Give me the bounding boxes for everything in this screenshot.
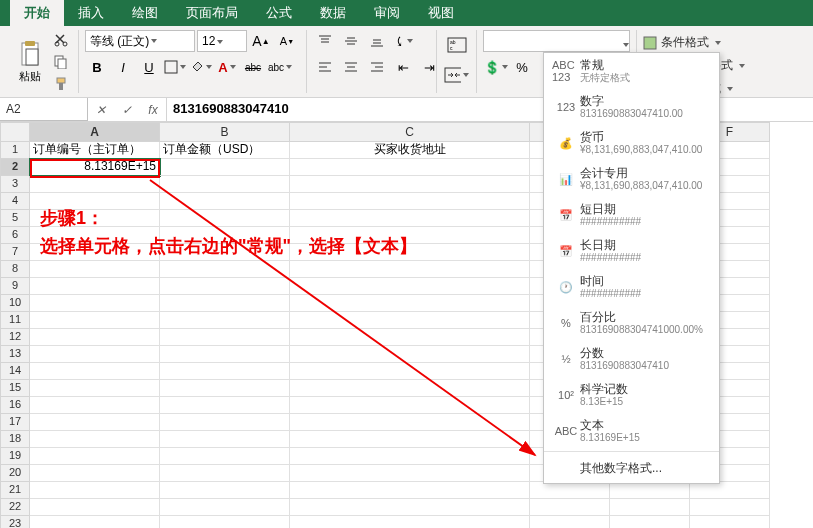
row-header[interactable]: 13 bbox=[0, 346, 30, 363]
format-option-accounting[interactable]: 📊会计专用¥8,131,690,883,047,410.00 bbox=[544, 161, 719, 197]
copy-button[interactable] bbox=[50, 52, 72, 72]
cell[interactable] bbox=[160, 261, 290, 278]
cell[interactable] bbox=[290, 210, 530, 227]
phonetic-button[interactable]: abc bbox=[267, 56, 293, 78]
tab-draw[interactable]: 绘图 bbox=[118, 0, 172, 26]
tab-view[interactable]: 视图 bbox=[414, 0, 468, 26]
cell[interactable] bbox=[160, 227, 290, 244]
format-option-currency[interactable]: 💰货币¥8,131,690,883,047,410.00 bbox=[544, 125, 719, 161]
cell[interactable] bbox=[690, 516, 770, 528]
cell[interactable] bbox=[160, 210, 290, 227]
font-size-select[interactable]: 12 bbox=[197, 30, 247, 52]
increase-font-button[interactable]: A▲ bbox=[249, 30, 273, 52]
cut-button[interactable] bbox=[50, 30, 72, 50]
row-header[interactable]: 17 bbox=[0, 414, 30, 431]
bold-button[interactable]: B bbox=[85, 56, 109, 78]
row-header[interactable]: 23 bbox=[0, 516, 30, 528]
cell[interactable] bbox=[290, 431, 530, 448]
cell[interactable] bbox=[160, 312, 290, 329]
fx-button[interactable]: fx bbox=[140, 99, 166, 121]
cell[interactable] bbox=[290, 312, 530, 329]
cell[interactable] bbox=[290, 278, 530, 295]
format-painter-button[interactable] bbox=[50, 74, 72, 94]
tab-home[interactable]: 开始 bbox=[10, 0, 64, 26]
cell[interactable] bbox=[610, 516, 690, 528]
row-header[interactable]: 5 bbox=[0, 210, 30, 227]
row-header[interactable]: 18 bbox=[0, 431, 30, 448]
fill-color-button[interactable] bbox=[189, 56, 213, 78]
strike-button[interactable]: abc bbox=[241, 56, 265, 78]
font-color-button[interactable]: A bbox=[215, 56, 239, 78]
row-header[interactable]: 12 bbox=[0, 329, 30, 346]
cell[interactable] bbox=[160, 329, 290, 346]
cell[interactable] bbox=[30, 244, 160, 261]
cell[interactable] bbox=[160, 346, 290, 363]
cell[interactable] bbox=[30, 397, 160, 414]
cell[interactable] bbox=[290, 414, 530, 431]
col-header-b[interactable]: B bbox=[160, 122, 290, 142]
cell[interactable] bbox=[290, 159, 530, 176]
row-header[interactable]: 4 bbox=[0, 193, 30, 210]
row-header[interactable]: 16 bbox=[0, 397, 30, 414]
cell-selected[interactable]: 8.13169E+15 bbox=[30, 159, 160, 176]
format-option-text[interactable]: ABC文本8.13169E+15 bbox=[544, 413, 719, 449]
tab-review[interactable]: 审阅 bbox=[360, 0, 414, 26]
underline-button[interactable]: U bbox=[137, 56, 161, 78]
format-option-fraction[interactable]: ½分数8131690883047410 bbox=[544, 341, 719, 377]
number-format-select[interactable] bbox=[483, 30, 630, 52]
row-header[interactable]: 2 bbox=[0, 159, 30, 176]
cell[interactable] bbox=[30, 329, 160, 346]
row-header[interactable]: 8 bbox=[0, 261, 30, 278]
format-option-shortdate[interactable]: 📅短日期########### bbox=[544, 197, 719, 233]
cell[interactable] bbox=[610, 499, 690, 516]
paste-button[interactable]: 粘贴 bbox=[12, 38, 48, 86]
format-option-longdate[interactable]: 📅长日期########### bbox=[544, 233, 719, 269]
cell[interactable]: 订单金额（USD） bbox=[160, 142, 290, 159]
cell[interactable] bbox=[160, 448, 290, 465]
cell[interactable] bbox=[290, 346, 530, 363]
row-header[interactable]: 20 bbox=[0, 465, 30, 482]
cell[interactable] bbox=[690, 499, 770, 516]
cell[interactable] bbox=[290, 482, 530, 499]
cell[interactable]: 订单编号（主订单） bbox=[30, 142, 160, 159]
row-header[interactable]: 15 bbox=[0, 380, 30, 397]
cell[interactable] bbox=[160, 193, 290, 210]
cell[interactable] bbox=[30, 227, 160, 244]
row-header[interactable]: 22 bbox=[0, 499, 30, 516]
cell[interactable] bbox=[30, 414, 160, 431]
cell[interactable] bbox=[160, 159, 290, 176]
cell[interactable] bbox=[290, 329, 530, 346]
decrease-font-button[interactable]: A▼ bbox=[275, 30, 299, 52]
cell[interactable] bbox=[160, 414, 290, 431]
cell[interactable] bbox=[290, 448, 530, 465]
cell[interactable] bbox=[290, 193, 530, 210]
align-top-button[interactable] bbox=[313, 30, 337, 52]
cell[interactable] bbox=[30, 482, 160, 499]
cell[interactable] bbox=[30, 516, 160, 528]
enter-button[interactable]: ✓ bbox=[114, 99, 140, 121]
cell[interactable] bbox=[290, 295, 530, 312]
cell[interactable] bbox=[290, 227, 530, 244]
col-header-c[interactable]: C bbox=[290, 122, 530, 142]
cell[interactable] bbox=[290, 244, 530, 261]
cell[interactable] bbox=[30, 176, 160, 193]
cell[interactable] bbox=[30, 448, 160, 465]
align-bottom-button[interactable] bbox=[365, 30, 389, 52]
cell[interactable] bbox=[160, 397, 290, 414]
cell[interactable] bbox=[30, 295, 160, 312]
row-header[interactable]: 7 bbox=[0, 244, 30, 261]
row-header[interactable]: 3 bbox=[0, 176, 30, 193]
cell[interactable] bbox=[290, 499, 530, 516]
tab-insert[interactable]: 插入 bbox=[64, 0, 118, 26]
cell[interactable] bbox=[530, 499, 610, 516]
cell[interactable] bbox=[30, 363, 160, 380]
cell[interactable] bbox=[30, 380, 160, 397]
cell[interactable] bbox=[160, 176, 290, 193]
cell[interactable] bbox=[160, 244, 290, 261]
name-box[interactable]: A2 bbox=[0, 98, 88, 121]
more-formats-button[interactable]: 其他数字格式... bbox=[544, 454, 719, 483]
cell[interactable] bbox=[160, 278, 290, 295]
tab-data[interactable]: 数据 bbox=[306, 0, 360, 26]
select-all-corner[interactable] bbox=[0, 122, 30, 142]
row-header[interactable]: 10 bbox=[0, 295, 30, 312]
